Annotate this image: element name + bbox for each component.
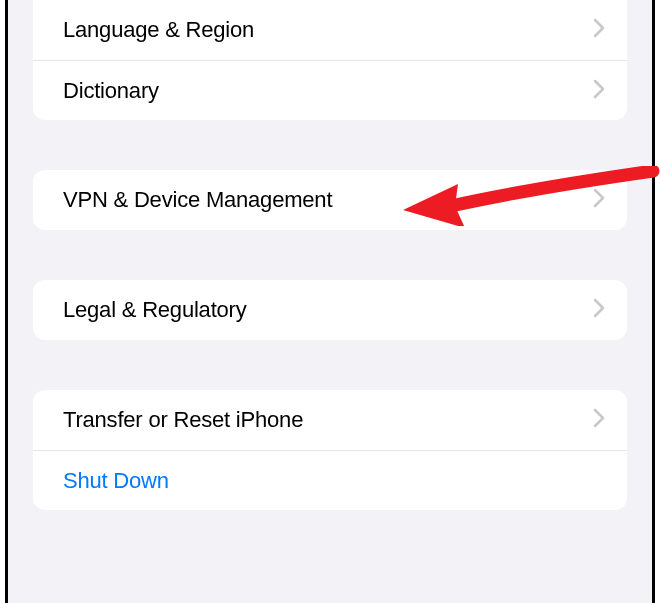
shut-down-row[interactable]: Shut Down [33,450,627,510]
row-label: Language & Region [63,17,254,43]
vpn-device-management-row[interactable]: VPN & Device Management [33,170,627,230]
chevron-right-icon [593,79,605,103]
chevron-right-icon [593,298,605,322]
language-region-row[interactable]: Language & Region [33,0,627,60]
section-gap [8,120,652,170]
settings-section: Legal & Regulatory [33,280,627,340]
chevron-right-icon [593,408,605,432]
section-gap [8,340,652,390]
settings-section: VPN & Device Management [33,170,627,230]
row-label: Shut Down [63,468,169,494]
row-label: Dictionary [63,78,159,104]
chevron-right-icon [593,18,605,42]
chevron-right-icon [593,188,605,212]
legal-regulatory-row[interactable]: Legal & Regulatory [33,280,627,340]
row-label: Transfer or Reset iPhone [63,407,303,433]
dictionary-row[interactable]: Dictionary [33,60,627,120]
transfer-reset-iphone-row[interactable]: Transfer or Reset iPhone [33,390,627,450]
section-gap [8,230,652,280]
settings-screen: Language & Region Dictionary VPN & Devic… [5,0,655,603]
settings-section: Transfer or Reset iPhone Shut Down [33,390,627,510]
settings-section: Language & Region Dictionary [33,0,627,120]
row-label: Legal & Regulatory [63,297,247,323]
row-label: VPN & Device Management [63,187,332,213]
